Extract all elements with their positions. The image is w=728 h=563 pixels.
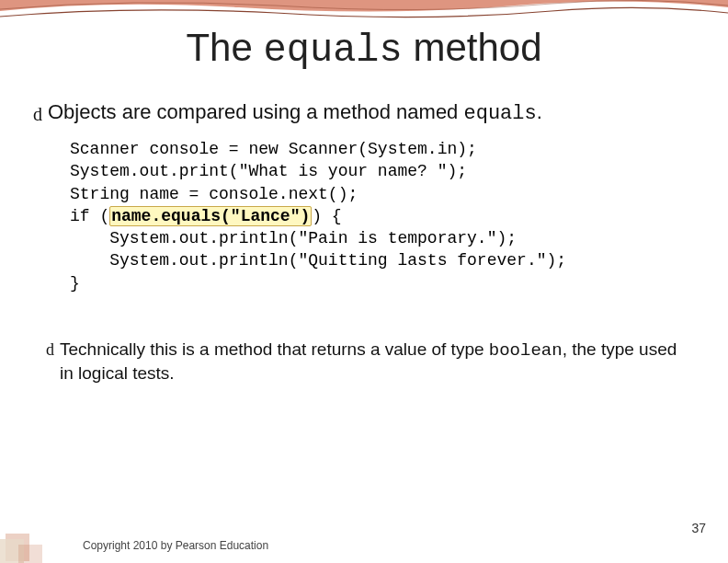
title-post: method bbox=[403, 26, 542, 69]
title-pre: The bbox=[186, 26, 263, 69]
code-block: Scanner console = new Scanner(System.in)… bbox=[70, 138, 695, 294]
sub-bullet-text: Technically this is a method that return… bbox=[60, 339, 695, 385]
code-line: ) { bbox=[312, 207, 341, 225]
code-line: System.out.println("Quitting lasts forev… bbox=[70, 251, 566, 270]
code-line: System.out.print("What is your name? "); bbox=[70, 162, 467, 180]
title-code: equals bbox=[264, 29, 403, 73]
code-line: Scanner console = new Scanner(System.in)… bbox=[70, 140, 477, 158]
bullet-text: Objects are compared using a method name… bbox=[48, 100, 695, 125]
code-line: String name = console.next(); bbox=[70, 185, 358, 203]
footer-decoration bbox=[0, 526, 81, 563]
slide-title: The equals method bbox=[0, 0, 728, 73]
code-highlight: name.equals("Lance") bbox=[109, 206, 312, 226]
code-line: } bbox=[70, 274, 80, 293]
bullet-icon: d bbox=[46, 340, 54, 360]
copyright-text: Copyright 2010 by Pearson Education bbox=[83, 539, 268, 552]
sub-bullet-item: d Technically this is a method that retu… bbox=[46, 339, 695, 385]
code-line: System.out.println("Pain is temporary.")… bbox=[70, 229, 517, 247]
page-number: 37 bbox=[691, 521, 706, 535]
code-line: if ( bbox=[70, 207, 109, 225]
bullet-icon: d bbox=[33, 104, 42, 125]
bullet-item: d Objects are compared using a method na… bbox=[33, 100, 695, 125]
svg-rect-2 bbox=[18, 545, 42, 563]
slide-content: d Objects are compared using a method na… bbox=[0, 73, 728, 385]
